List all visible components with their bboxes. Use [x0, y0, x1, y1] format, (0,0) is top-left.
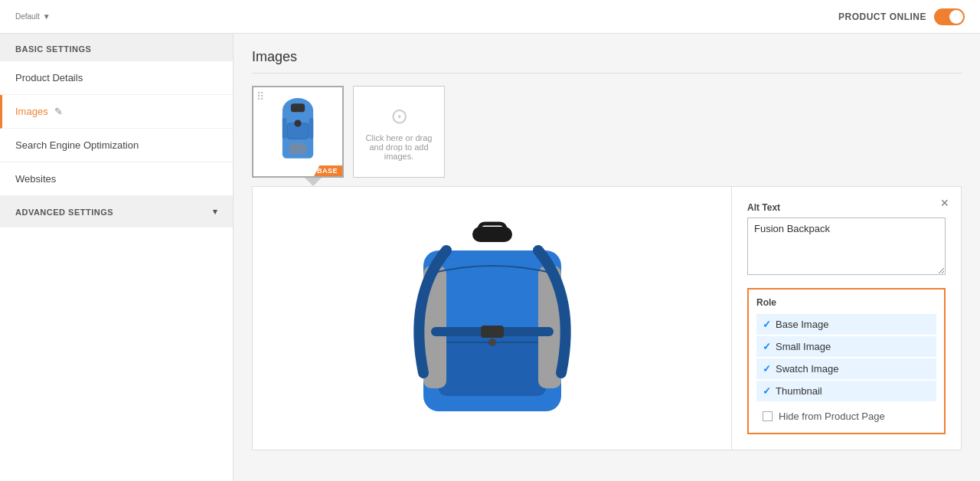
hide-from-product-page[interactable]: Hide from Product Page: [756, 407, 936, 425]
image-thumbnail-1[interactable]: ⠿ BASE: [252, 86, 344, 178]
svg-rect-17: [481, 326, 504, 338]
sidebar-item-seo[interactable]: Search Engine Optimization: [0, 129, 233, 162]
product-online-toggle[interactable]: [934, 8, 965, 25]
close-button[interactable]: ×: [940, 196, 949, 210]
checkmark-thumbnail: ✓: [763, 385, 771, 397]
role-label: Role: [756, 297, 936, 308]
svg-rect-7: [291, 103, 305, 112]
sidebar-item-product-details[interactable]: Product Details: [0, 61, 233, 95]
sidebar-seo-label: Search Engine Optimization: [15, 139, 139, 151]
basic-settings-title: BASIC SETTINGS: [0, 34, 233, 61]
section-title: Images: [252, 49, 962, 74]
role-base-image-label: Base Image: [776, 319, 828, 330]
hide-checkbox[interactable]: [763, 411, 773, 421]
product-online-area: PRODUCT ONLINE: [838, 8, 965, 25]
dropdown-arrow-icon: ▼: [43, 12, 51, 21]
images-row: ⠿ BASE: [252, 86, 962, 178]
sidebar-item-images[interactable]: Images ✎: [0, 95, 233, 129]
arrow-connector: [252, 177, 962, 186]
hide-label: Hide from Product Page: [779, 411, 885, 422]
camera-icon: ⊙: [390, 103, 408, 129]
content-inner: Images ⠿: [234, 34, 980, 466]
arrow-down: [304, 177, 322, 186]
image-preview: [253, 187, 731, 450]
svg-point-3: [294, 119, 301, 126]
default-dropdown[interactable]: Default ▼: [15, 12, 51, 21]
role-small-image[interactable]: ✓ Small Image: [756, 336, 936, 357]
top-bar: Default ▼ PRODUCT ONLINE: [0, 0, 980, 34]
drag-handle-icon: ⠿: [256, 90, 264, 103]
upload-text: Click here or drag and drop to add image…: [360, 133, 438, 161]
role-small-image-label: Small Image: [776, 341, 831, 352]
role-swatch-image-label: Swatch Image: [776, 363, 838, 375]
role-thumbnail[interactable]: ✓ Thumbnail: [756, 381, 936, 401]
checkmark-swatch-image: ✓: [763, 363, 771, 375]
product-online-label: PRODUCT ONLINE: [838, 11, 926, 22]
sidebar-images-label: Images: [15, 106, 48, 117]
advanced-settings-label: ADVANCED SETTINGS: [15, 208, 113, 217]
right-panel: × Alt Text Fusion Backpack Role ✓ Base I…: [731, 187, 961, 450]
sidebar-websites-label: Websites: [15, 173, 56, 185]
main-layout: BASIC SETTINGS Product Details Images ✎ …: [0, 34, 980, 481]
alt-text-label: Alt Text: [747, 202, 946, 213]
checkmark-base-image: ✓: [763, 319, 771, 330]
role-section: Role ✓ Base Image ✓ Small Image ✓ Swatch…: [747, 288, 946, 434]
sidebar-item-websites[interactable]: Websites: [0, 162, 233, 196]
svg-rect-6: [309, 118, 314, 139]
preview-panel-area: × Alt Text Fusion Backpack Role ✓ Base I…: [252, 186, 962, 450]
thumbnail-preview: [260, 90, 336, 174]
svg-point-13: [488, 339, 496, 346]
checkmark-small-image: ✓: [763, 341, 771, 352]
chevron-down-icon: ▾: [213, 207, 218, 217]
svg-rect-4: [289, 143, 306, 155]
advanced-settings-section[interactable]: ADVANCED SETTINGS ▾: [0, 196, 233, 227]
sidebar-product-details-label: Product Details: [15, 72, 83, 83]
alt-text-input[interactable]: Fusion Backpack: [747, 218, 946, 275]
sidebar: BASIC SETTINGS Product Details Images ✎ …: [0, 34, 234, 481]
default-label: Default: [15, 12, 40, 21]
role-swatch-image[interactable]: ✓ Swatch Image: [756, 358, 936, 379]
backpack-large-preview: [377, 205, 607, 434]
content-area: Images ⠿: [234, 34, 980, 481]
upload-area[interactable]: ⊙ Click here or drag and drop to add ima…: [353, 86, 445, 178]
role-base-image[interactable]: ✓ Base Image: [756, 314, 936, 335]
toggle-knob: [949, 10, 963, 24]
edit-icon[interactable]: ✎: [54, 106, 63, 117]
svg-rect-5: [283, 118, 287, 139]
role-thumbnail-label: Thumbnail: [776, 385, 822, 397]
